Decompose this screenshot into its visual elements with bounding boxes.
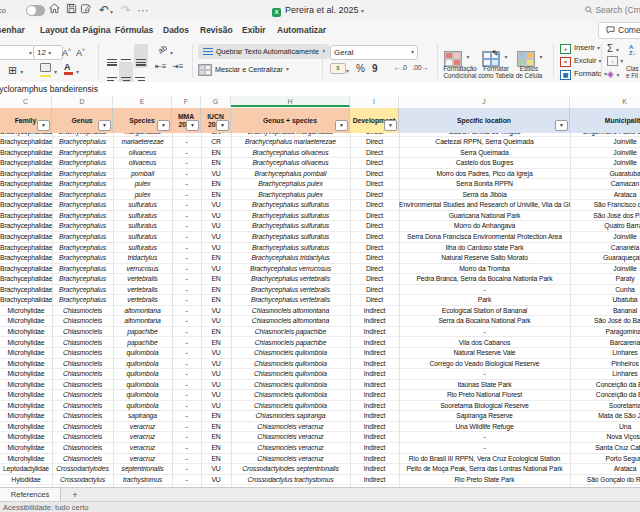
cell-genus-species[interactable]: Brachycephalus vertebralis — [231, 285, 350, 296]
cell-species[interactable]: veracruz — [113, 454, 172, 465]
cell-species[interactable]: quilombola — [113, 359, 172, 370]
cell-municipality[interactable]: Pinheiros — [570, 359, 640, 370]
undo-icon[interactable]: ↶ — [97, 3, 111, 18]
cell-species[interactable]: sulfuratus — [113, 232, 172, 243]
cell-location[interactable]: Morro dos Padres, Pico da Igreja — [399, 169, 570, 180]
cell-location[interactable]: Vila dos Cabanos — [399, 338, 570, 349]
cell-family[interactable]: Brachycephalidae — [0, 264, 52, 275]
cell-family[interactable]: Microhylidae — [0, 327, 52, 338]
cell-municipality[interactable]: Nova Viçosa — [570, 432, 640, 443]
increase-font-icon[interactable]: A˄ — [62, 47, 71, 58]
cell-family[interactable]: Microhylidae — [0, 422, 52, 433]
borders-icon[interactable]: ⊞ ▾ — [8, 64, 23, 77]
cell-species[interactable]: quilombola — [113, 380, 172, 391]
cell-mma[interactable]: - — [172, 295, 201, 306]
tab-automatizar[interactable]: Automatizar — [277, 25, 326, 35]
cell-genus[interactable]: Chiasmocleis — [52, 454, 113, 465]
cell-species[interactable]: sulfuratus — [113, 243, 172, 254]
cell-mma[interactable]: - — [172, 316, 201, 327]
cell-species[interactable]: olivaceus — [113, 158, 172, 169]
tab-dados[interactable]: Dados — [163, 25, 189, 35]
cell-municipality[interactable]: Paraty — [570, 274, 640, 285]
cell-family[interactable]: Microhylidae — [0, 380, 52, 391]
cell-genus-species[interactable]: Brachycephalus vertebralis — [231, 274, 350, 285]
cell-development[interactable]: Indirect — [350, 464, 399, 475]
cell-species[interactable]: olivaceus — [113, 148, 172, 159]
cell-municipality[interactable]: Bananal — [570, 306, 640, 317]
cell-family[interactable]: Microhylidae — [0, 338, 52, 349]
cell-municipality[interactable]: Joinville — [570, 158, 640, 169]
cell-genus[interactable]: Chiasmocleis — [52, 316, 113, 327]
cell-iucn[interactable]: VU — [201, 359, 231, 370]
cell-genus[interactable]: Brachycephalus — [52, 179, 113, 190]
more-icon[interactable]: ⋯ — [136, 3, 150, 18]
increase-decimal-icon[interactable]: ←.0 — [394, 64, 407, 71]
cell-genus-species[interactable]: Chiasmocleis sapiranga — [231, 411, 350, 422]
cell-municipality[interactable]: Una — [570, 422, 640, 433]
cell-mma[interactable]: - — [172, 232, 201, 243]
cell-family[interactable]: Brachycephalidae — [0, 148, 52, 159]
font-name-dropdown[interactable]: ▾ — [0, 45, 36, 60]
cell-iucn[interactable]: EN — [201, 158, 231, 169]
cell-municipality[interactable]: Conceição da Barra — [570, 380, 640, 391]
cell-genus-species[interactable]: Brachycephalus sulfuratus — [231, 232, 350, 243]
cell-species[interactable]: veracruz — [113, 422, 172, 433]
cell-iucn[interactable]: VU — [201, 200, 231, 211]
cell-genus-species[interactable]: Chiasmocleis altomontana — [231, 316, 350, 327]
cell-genus-species[interactable]: Brachycephalus pulex — [231, 179, 350, 190]
cell-mma[interactable]: - — [172, 221, 201, 232]
cell-genus[interactable]: Brachycephalus — [52, 211, 113, 222]
cell-location[interactable]: Sooretama Biological Reserve — [399, 401, 570, 412]
cell-family[interactable]: Microhylidae — [0, 369, 52, 380]
filter-button[interactable]: ▼ — [186, 120, 199, 131]
cell-species[interactable]: vertebralis — [113, 295, 172, 306]
align-left-icon[interactable] — [107, 64, 117, 84]
comments-button[interactable]: Comentários — [598, 22, 640, 39]
cell-genus[interactable]: Brachycephalus — [52, 243, 113, 254]
column-letter-G[interactable]: G — [201, 96, 231, 107]
wrap-text-button[interactable]: Quebrar Texto Automaticamente▾ — [198, 44, 330, 59]
cell-species[interactable]: septentrionalis — [113, 464, 172, 475]
cell-location[interactable]: Serra da Jibóia — [399, 190, 570, 201]
cell-genus-species[interactable]: Chiasmocleis veracruz — [231, 422, 350, 433]
cell-species[interactable]: altomontana — [113, 306, 172, 317]
fill-color-caret-icon[interactable]: ▾ — [54, 68, 57, 75]
cell-development[interactable]: Direct — [350, 232, 399, 243]
cell-genus[interactable]: Chiasmocleis — [52, 390, 113, 401]
cell-genus-species[interactable]: Brachycephalus pombali — [231, 169, 350, 180]
cell-municipality[interactable]: Arataca — [570, 190, 640, 201]
cell-iucn[interactable]: VU — [201, 475, 231, 486]
cell-genus-species[interactable]: Chiasmocleis veracruz — [231, 454, 350, 465]
column-letter-H[interactable]: H — [231, 96, 350, 107]
cell-family[interactable]: Brachycephalidae — [0, 295, 52, 306]
cell-iucn[interactable]: EN — [201, 411, 231, 422]
cell-mma[interactable]: - — [172, 158, 201, 169]
percent-icon[interactable]: % — [356, 63, 365, 74]
cell-genus[interactable]: Crossodactylus — [52, 475, 113, 486]
cell-development[interactable]: Direct — [350, 148, 399, 159]
cell-iucn[interactable]: VU — [201, 306, 231, 317]
cell-genus-species[interactable]: Chiasmocleis quilombola — [231, 359, 350, 370]
cell-mma[interactable]: - — [172, 454, 201, 465]
currency-icon[interactable]: $ — [330, 63, 346, 74]
align-top-icon[interactable] — [107, 46, 117, 66]
cell-development[interactable]: Indirect — [350, 411, 399, 422]
cell-mma[interactable]: - — [172, 432, 201, 443]
font-size-dropdown[interactable]: 12 ▾ — [33, 45, 63, 60]
cell-family[interactable]: Brachycephalidae — [0, 190, 52, 201]
cell-genus[interactable]: Brachycephalus — [52, 190, 113, 201]
cell-location[interactable]: Morro do Anhangava — [399, 221, 570, 232]
cell-iucn[interactable]: EN — [201, 443, 231, 454]
cell-location[interactable]: Pedra Branca, Serra da Bocaina Nationla … — [399, 274, 570, 285]
cell-development[interactable]: Indirect — [350, 475, 399, 486]
cell-municipality[interactable]: Joinville — [570, 148, 640, 159]
filter-button[interactable]: ▼ — [216, 120, 229, 131]
cell-genus-species[interactable]: Crossodactylodes septentrionalis — [231, 464, 350, 475]
cell-iucn[interactable]: CR — [201, 137, 231, 148]
cell-iucn[interactable]: VU — [201, 264, 231, 275]
decrease-indent-icon[interactable]: ⇤≡ — [155, 62, 166, 71]
fill-color-icon[interactable] — [40, 63, 51, 77]
cell-municipality[interactable]: Linhares — [570, 369, 640, 380]
tab-exibir[interactable]: Exibir — [242, 25, 266, 35]
cell-species[interactable]: veracruz — [113, 432, 172, 443]
